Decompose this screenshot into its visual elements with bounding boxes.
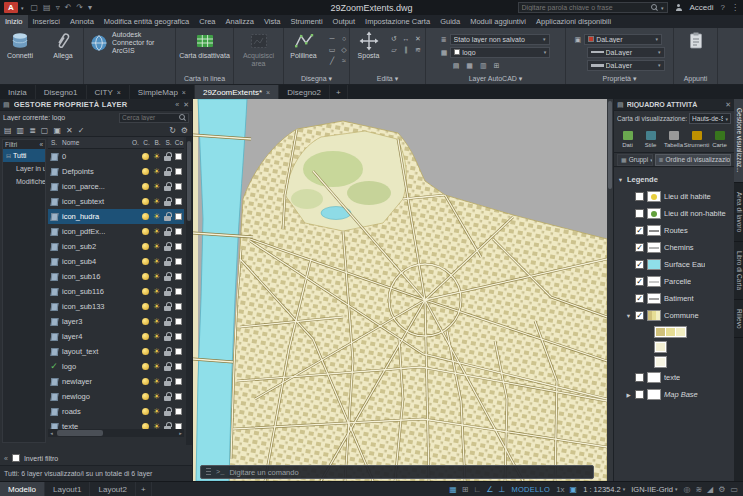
- document-tab[interactable]: CITY ×: [87, 85, 130, 99]
- scroll-left-icon[interactable]: ◂: [48, 430, 55, 436]
- layer-on-icon[interactable]: [142, 318, 149, 325]
- object-color-select[interactable]: DaLayer▾: [584, 34, 662, 45]
- command-line-grip[interactable]: [206, 468, 211, 476]
- new-property-filter-icon[interactable]: ▤: [4, 124, 12, 137]
- layer-on-icon[interactable]: [142, 213, 149, 220]
- trim-tool-icon[interactable]: ≋: [413, 44, 424, 55]
- user-icon[interactable]: [675, 4, 683, 12]
- layer-lock-icon[interactable]: [164, 197, 171, 206]
- layer-on-icon[interactable]: [142, 153, 149, 160]
- layer-row[interactable]: icon_sub133 ☀: [48, 299, 184, 314]
- legend-checkbox[interactable]: [635, 209, 644, 218]
- legend-checkbox[interactable]: [635, 226, 644, 235]
- layer-row[interactable]: icon_sub116 ☀: [48, 284, 184, 299]
- undo-icon[interactable]: ↶: [65, 0, 72, 15]
- filters-collapse-icon[interactable]: «: [4, 455, 8, 462]
- task-pane-tab[interactable]: Stile: [639, 127, 662, 152]
- filter-tree-item[interactable]: Modifiche...: [3, 175, 45, 188]
- layer-state-select[interactable]: Stato layer non salvato▾: [450, 34, 550, 45]
- linetype-select[interactable]: DaLayer▾: [587, 47, 665, 58]
- document-tab[interactable]: SimpleMap ×: [130, 85, 195, 99]
- legend-row[interactable]: ▶ Map Base: [614, 386, 734, 403]
- online-map-toggle-button[interactable]: Carta disattivata: [179, 31, 231, 60]
- layer-freeze-icon[interactable]: ☀: [153, 332, 160, 341]
- layer-row[interactable]: layout_text ☀: [48, 344, 184, 359]
- filter-tree-item[interactable]: Layer in u...: [3, 162, 45, 175]
- layer-row[interactable]: icon_sub4 ☀: [48, 254, 184, 269]
- legend-checkbox[interactable]: [635, 294, 644, 303]
- layer-freeze-icon[interactable]: ☀: [153, 152, 160, 161]
- layout-tab[interactable]: +: [136, 482, 152, 496]
- ribbon-tab[interactable]: Vista: [259, 15, 286, 28]
- polar-tracking-icon[interactable]: ∠: [486, 482, 493, 496]
- legend-row[interactable]: Routes: [614, 222, 734, 239]
- layer-color-swatch[interactable]: [175, 153, 182, 160]
- layer-lock-icon[interactable]: [164, 272, 171, 281]
- legend-checkbox[interactable]: [635, 311, 644, 320]
- polyline-button[interactable]: Polilinea: [284, 31, 324, 60]
- offset-tool-icon[interactable]: ▱: [389, 44, 400, 55]
- legend-row[interactable]: ▼ Commune: [614, 307, 734, 324]
- layer-lock-icon[interactable]: [164, 212, 171, 221]
- layer-lock-icon[interactable]: [164, 152, 171, 161]
- app-menu-dropdown-icon[interactable]: ▾: [21, 5, 24, 11]
- legend-checkbox[interactable]: [635, 243, 644, 252]
- annotation-visibility-icon[interactable]: ▣: [570, 482, 578, 496]
- layer-row[interactable]: newlayer ☀: [48, 374, 184, 389]
- task-pane-menu-icon[interactable]: ▤: [617, 101, 624, 109]
- layer-color-swatch[interactable]: [175, 408, 182, 415]
- layer-freeze-icon[interactable]: ☀: [153, 407, 160, 416]
- side-tab[interactable]: Area di lavoro: [734, 183, 743, 242]
- panel-label-online-map[interactable]: Carta in linea: [176, 74, 233, 84]
- layer-lock-icon[interactable]: [164, 227, 171, 236]
- new-layer-icon[interactable]: ▢: [41, 124, 49, 137]
- layout-tab[interactable]: Modello: [0, 482, 45, 496]
- layer-list-vscrollbar[interactable]: [186, 137, 192, 445]
- layer-row[interactable]: icon_parce... ☀: [48, 179, 184, 194]
- tree-expand-icon[interactable]: ▼: [617, 177, 624, 183]
- layer-freeze-icon[interactable]: ☀: [153, 227, 160, 236]
- customization-gear-icon[interactable]: ⚙: [718, 482, 725, 496]
- save-icon[interactable]: ▿: [56, 0, 60, 15]
- layer-color-swatch[interactable]: [175, 168, 182, 175]
- layer-freeze-icon[interactable]: ☀: [153, 257, 160, 266]
- invert-filter-checkbox[interactable]: [12, 454, 20, 462]
- clean-screen-icon[interactable]: ▭: [730, 482, 738, 496]
- ribbon-tab[interactable]: Annota: [65, 15, 99, 28]
- grid-icon[interactable]: ▦: [449, 482, 457, 496]
- layer-states-icon[interactable]: ≣: [441, 34, 447, 45]
- layer-row[interactable]: icon_hudra ☀: [48, 209, 184, 224]
- layer-on-icon[interactable]: [142, 258, 149, 265]
- layer-lock-icon[interactable]: [164, 377, 171, 386]
- layout-tab[interactable]: Layout1: [45, 482, 90, 496]
- qat-dropdown-icon[interactable]: ▾: [88, 0, 92, 15]
- search-dropdown-icon[interactable]: ▾: [661, 5, 664, 11]
- display-map-select[interactable]: Hauts-de-Seine ▾: [689, 113, 731, 124]
- layer-row[interactable]: layer4 ☀: [48, 329, 184, 344]
- set-current-layer-icon[interactable]: ✓: [78, 124, 85, 137]
- layer-color-swatch[interactable]: [175, 258, 182, 265]
- layer-on-icon[interactable]: [142, 228, 149, 235]
- layer-lock-icon[interactable]: [164, 317, 171, 326]
- layer-states-manager-icon[interactable]: ≣: [29, 124, 36, 137]
- ribbon-tab[interactable]: Crea: [194, 15, 220, 28]
- refresh-icon[interactable]: ↻: [169, 124, 176, 137]
- document-tab[interactable]: Disegno2: [279, 85, 330, 99]
- autocad-logo-icon[interactable]: A: [4, 2, 18, 13]
- layer-on-icon[interactable]: [142, 168, 149, 175]
- layer-on-icon[interactable]: [142, 363, 149, 370]
- layer-search-box[interactable]: [119, 113, 189, 123]
- connect-button[interactable]: Connetti: [0, 31, 40, 60]
- layer-on-icon[interactable]: [142, 408, 149, 415]
- ortho-icon[interactable]: ∟: [473, 482, 481, 496]
- side-tab[interactable]: Rilievo: [734, 300, 743, 339]
- layer-freeze-icon[interactable]: ☀: [153, 287, 160, 296]
- tree-expand-icon[interactable]: ▶: [625, 392, 632, 398]
- layer-on-icon[interactable]: [142, 303, 149, 310]
- map-drawing-canvas[interactable]: [193, 99, 607, 481]
- layer-lock-icon[interactable]: [164, 332, 171, 341]
- task-pane-tab[interactable]: Tabella: [662, 127, 685, 152]
- groups-button[interactable]: ▦ Gruppi ▾: [617, 154, 653, 166]
- layer-color-swatch[interactable]: [175, 273, 182, 280]
- document-tab[interactable]: Disegno1: [36, 85, 87, 99]
